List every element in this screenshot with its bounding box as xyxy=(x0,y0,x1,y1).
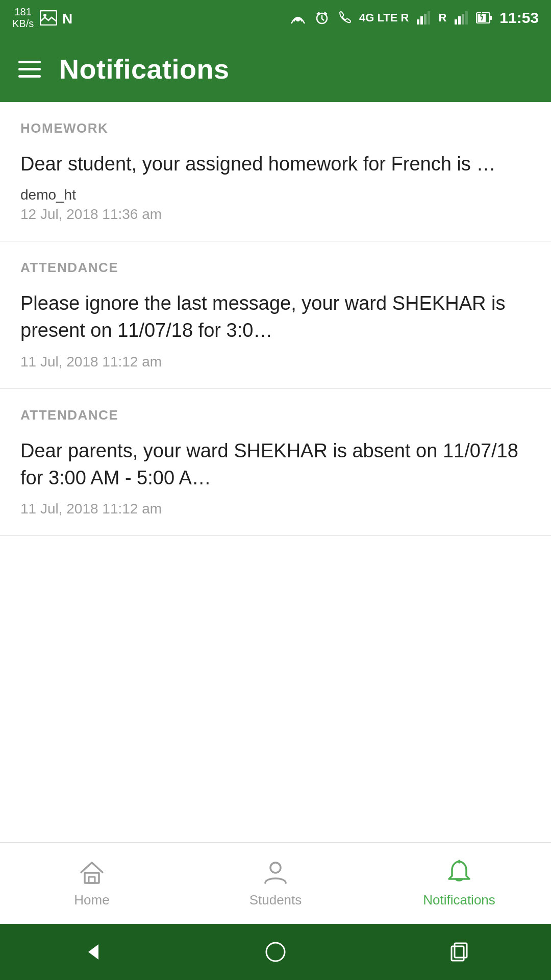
signal1-icon xyxy=(416,11,431,24)
home-button[interactable] xyxy=(258,934,293,970)
recents-button[interactable] xyxy=(441,934,477,970)
nav-students[interactable]: Students xyxy=(184,843,367,924)
notification-message-1: Please ignore the last message, your war… xyxy=(20,290,531,344)
notification-category-1: ATTENDANCE xyxy=(20,260,531,276)
nav-notifications[interactable]: Notifications xyxy=(367,843,551,924)
notification-item-1[interactable]: ATTENDANCE Please ignore the last messag… xyxy=(0,241,551,388)
notification-category-2: ATTENDANCE xyxy=(20,407,531,423)
nav-home[interactable]: Home xyxy=(0,843,184,924)
battery-icon xyxy=(476,11,492,24)
svg-line-6 xyxy=(322,19,324,20)
svg-text:N: N xyxy=(62,11,72,26)
hamburger-menu[interactable] xyxy=(18,61,41,78)
svg-rect-10 xyxy=(420,16,423,24)
svg-rect-19 xyxy=(478,14,486,22)
phone-icon xyxy=(337,10,352,26)
svg-rect-0 xyxy=(40,11,57,25)
notification-message-0: Dear student, your assigned homework for… xyxy=(20,151,531,178)
image-icon xyxy=(40,10,57,26)
svg-rect-13 xyxy=(455,19,457,24)
status-icons: N xyxy=(40,10,78,26)
notifications-list: HOMEWORK Dear student, your assigned hom… xyxy=(0,102,551,842)
svg-point-25 xyxy=(270,863,281,873)
status-left: 181KB/s N xyxy=(12,6,78,30)
svg-point-28 xyxy=(266,943,285,961)
back-button[interactable] xyxy=(74,934,110,970)
page-title: Notifications xyxy=(59,53,230,85)
alarm-icon xyxy=(314,10,330,26)
notification-item-2[interactable]: ATTENDANCE Dear parents, your ward SHEKH… xyxy=(0,389,551,536)
students-icon xyxy=(261,859,290,887)
n-icon: N xyxy=(62,10,78,26)
svg-marker-27 xyxy=(88,944,98,960)
nav-students-label: Students xyxy=(249,892,302,908)
notification-message-2: Dear parents, your ward SHEKHAR is absen… xyxy=(20,437,531,492)
svg-rect-23 xyxy=(85,873,99,883)
status-bar: 181KB/s N xyxy=(0,0,551,36)
system-nav-bar xyxy=(0,924,551,980)
svg-rect-29 xyxy=(452,946,464,961)
svg-rect-15 xyxy=(462,14,464,24)
svg-rect-9 xyxy=(417,19,419,24)
svg-rect-16 xyxy=(465,11,468,24)
svg-rect-24 xyxy=(89,877,95,883)
time-display: 11:53 xyxy=(499,9,539,27)
bottom-nav: Home Students Notifications xyxy=(0,842,551,924)
nav-home-label: Home xyxy=(74,892,109,908)
svg-rect-12 xyxy=(428,11,430,24)
hotspot-icon xyxy=(289,10,307,26)
network-text: 4G LTE R xyxy=(359,11,409,24)
notifications-icon xyxy=(445,859,473,887)
svg-point-1 xyxy=(43,14,46,17)
notification-category-0: HOMEWORK xyxy=(20,120,531,136)
network2-text: R xyxy=(438,11,446,24)
nav-notifications-label: Notifications xyxy=(423,892,495,908)
app-bar: Notifications xyxy=(0,36,551,102)
notification-sender-0: demo_ht xyxy=(20,187,531,203)
notification-time-1: 11 Jul, 2018 11:12 am xyxy=(20,354,531,370)
signal2-icon xyxy=(454,11,469,24)
home-icon xyxy=(78,859,106,887)
svg-rect-30 xyxy=(455,943,467,958)
notification-time-2: 11 Jul, 2018 11:12 am xyxy=(20,501,531,517)
svg-rect-14 xyxy=(458,16,461,24)
svg-rect-11 xyxy=(424,14,427,24)
notification-time-0: 12 Jul, 2018 11:36 am xyxy=(20,206,531,223)
notification-item-0[interactable]: HOMEWORK Dear student, your assigned hom… xyxy=(0,102,551,241)
status-right: 4G LTE R R 11:53 xyxy=(289,9,539,27)
status-speed: 181KB/s xyxy=(12,6,34,30)
svg-rect-18 xyxy=(490,16,492,20)
